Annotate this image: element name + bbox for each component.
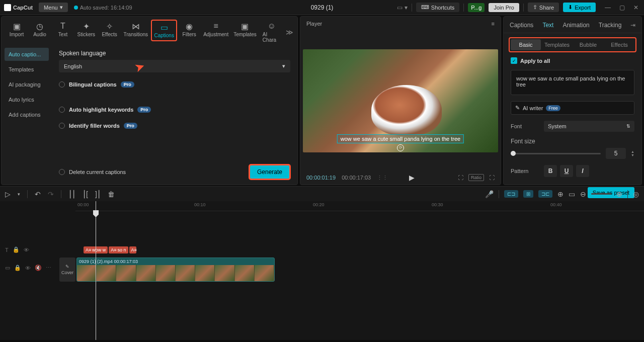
video-track-icon[interactable]: ▭ [5,265,10,271]
font-select[interactable]: System⇅ [544,121,634,132]
link-toggle[interactable]: ⊞ [523,190,533,198]
sidebar-ai-packaging[interactable]: AI packaging [5,78,49,91]
cover-button[interactable]: ✎ Cover [59,258,75,282]
playhead[interactable] [96,201,96,340]
split-tool[interactable]: ⎮⎮ [68,190,75,198]
list-icon[interactable]: ⋮⋮ [377,175,388,181]
caption-clip[interactable]: A≡so n [109,246,128,253]
tab-effects[interactable]: ✧Effects [99,20,121,39]
sidebar-auto-lyrics[interactable]: Auto lyrics [5,93,49,106]
tab-adjustment[interactable]: ≡Adjustment [201,20,230,39]
rotate-handle[interactable]: ⟳ [397,144,404,151]
tab-prop-text[interactable]: Text [542,22,553,29]
caption-text-input[interactable]: wow we saw a cute small panda lying on t… [511,70,634,95]
bold-button[interactable]: B [544,165,557,177]
magnet-toggle[interactable]: ⊏⊐ [504,190,518,198]
eye-icon[interactable]: 👁 [24,247,29,253]
more-icon[interactable]: ⋯ [46,265,51,271]
tab-audio[interactable]: ◷Audio [29,20,51,39]
italic-button[interactable]: I [576,165,589,177]
tab-prop-captions[interactable]: Captions [510,22,533,29]
share-button[interactable]: ⇪Share [528,3,559,12]
ai-icon: ☺ [267,22,276,31]
split-right-tool[interactable]: ]⎮ [95,190,101,198]
menu-button[interactable]: Menu▾ [39,3,68,12]
filler-option[interactable]: Identify filler words Pro [59,123,290,129]
spoken-language-select[interactable]: English▾ [59,60,290,72]
font-size-input[interactable]: 5 [606,148,626,159]
preview-axis-icon[interactable]: ⊕ [557,190,564,198]
user-badge[interactable]: P...g [468,3,485,12]
tab-import[interactable]: ▣Import [6,20,28,39]
join-pro-button[interactable]: Join Pro [489,3,519,12]
timeline-ruler[interactable]: 00:00 00:10 00:20 00:30 00:40 [75,201,644,211]
snap-toggle[interactable]: ⊐⊏ [538,190,552,198]
delete-tool[interactable]: 🗑 [108,190,115,198]
tab-templates[interactable]: ▣Templates [231,20,259,39]
timeline[interactable]: 00:00 00:10 00:20 00:30 00:40 T 🔒 👁 A≡wo… [0,201,644,340]
subtab-templates[interactable]: Templates [542,39,572,50]
fullscreen-icon[interactable]: ⛶ [489,175,495,181]
lock-icon[interactable]: 🔒 [13,246,20,253]
generate-button[interactable]: Generate [249,164,290,180]
split-left-tool[interactable]: ⎮[ [83,190,88,198]
tab-captions[interactable]: ▭Captions [151,20,177,41]
tab-prop-tracking[interactable]: Tracking [599,22,622,29]
subtab-basic[interactable]: Basic [511,39,541,50]
player-viewport[interactable]: wow we saw a cute small panda lying on t… [300,31,501,170]
sidebar-templates[interactable]: Templates [5,63,49,76]
delete-captions-option[interactable]: Delete current captions [59,169,126,175]
size-stepper[interactable]: ▲▼ [631,150,634,157]
player-menu-icon[interactable]: ≡ [492,21,495,27]
minimize-button[interactable]: — [604,4,612,11]
font-size-slider[interactable] [511,153,601,154]
caption-clip[interactable]: A≡ [129,246,136,253]
lock-icon[interactable]: 🔒 [14,265,21,271]
caption-overlay[interactable]: wow we saw a cute small panda lying on t… [337,134,464,143]
tab-stickers[interactable]: ✦Stickers [75,20,98,39]
subtab-effects[interactable]: Effects [604,39,634,50]
text-track-icon[interactable]: T [5,247,9,253]
sidebar-add-captions[interactable]: Add captions [5,108,49,121]
tab-filters[interactable]: ◉Filters [178,20,200,39]
tab-ai-characters[interactable]: ☺AI Chara [260,20,284,45]
tab-transitions[interactable]: ⋈Transitions [122,20,150,39]
shortcuts-button[interactable]: ⌨Shortcuts [416,3,459,12]
expand-tabs-button[interactable]: ≫ [286,28,293,36]
underline-button[interactable]: U [560,165,573,177]
apply-to-all[interactable]: ✓ Apply to all [511,57,634,64]
eye-icon[interactable]: 👁 [25,265,31,271]
undo-button[interactable]: ↶ [35,190,41,198]
autosave-dot-icon [74,6,78,10]
playhead-handle[interactable] [93,210,99,217]
aspect-icon[interactable]: ▭ ▾ [397,4,407,11]
zoom-slider[interactable] [591,193,611,195]
bilingual-option[interactable]: Bilingual captions Pro [59,81,290,88]
tab-prop-animation[interactable]: Animation [562,22,589,29]
sidebar-auto-captions[interactable]: Auto captio... [5,48,49,61]
maximize-button[interactable]: ▢ [618,4,626,11]
zoom-in-button[interactable]: ⊕ [616,190,622,198]
cursor-tool[interactable]: ▷ [5,190,11,198]
effects-icon: ✧ [105,22,114,31]
highlight-option[interactable]: Auto highlight keywords Pro [59,107,290,113]
ai-writer-button[interactable]: ✎ AI writer Free [511,101,634,115]
video-clip[interactable]: 0929 (1) (2).mp4 00:00:17:03 [76,258,275,282]
track-icon[interactable]: ▭ [569,190,575,198]
mute-icon[interactable]: 🔇 [35,265,42,271]
tab-text[interactable]: TText [52,20,74,39]
collapse-icon[interactable]: ⇥ [630,22,635,29]
crop-icon[interactable]: ⛶ [458,175,463,181]
zoom-out-button[interactable]: ⊖ [580,190,586,198]
slider-thumb[interactable] [511,151,516,156]
cursor-dropdown[interactable]: ▾ [18,192,20,197]
subtab-bubble[interactable]: Bubble [573,39,603,50]
close-button[interactable]: ✕ [632,4,640,11]
mic-icon[interactable]: 🎤 [485,190,494,198]
play-button[interactable]: ▶ [409,174,415,182]
zoom-fit-button[interactable]: ◎ [633,190,639,198]
export-button[interactable]: ⬇Export [563,3,596,12]
video-track-controls: ▭ 🔒 👁 🔇 ⋯ [5,265,51,271]
redo-button[interactable]: ↷ [48,190,54,198]
ratio-button[interactable]: Ratio [468,174,484,181]
